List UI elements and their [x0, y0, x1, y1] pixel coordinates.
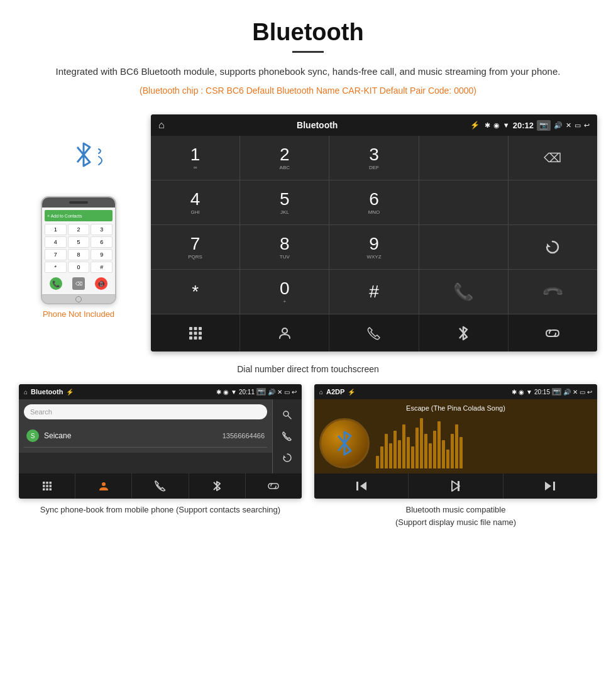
svg-marker-24: [360, 482, 366, 490]
phonebook-statusbar: ⌂ Bluetooth ⚡ ✱ ◉ ▼ 20:11 📷 🔊 ✕ ▭ ↩: [19, 384, 302, 399]
pb-link-icon: [267, 480, 280, 492]
music-time: 20:15: [534, 389, 550, 396]
key-8[interactable]: 8 TUV: [240, 225, 329, 269]
call-side-icon: [282, 431, 292, 441]
svg-rect-6: [199, 331, 202, 335]
pb-phone-btn[interactable]: [132, 473, 189, 499]
svg-rect-1: [189, 327, 192, 330]
search-placeholder: Search: [30, 408, 261, 416]
phone-key-3: 3: [91, 224, 113, 235]
key-9[interactable]: 9 WXYZ: [329, 225, 418, 269]
music-content: Escape (The Pina Colada Song): [314, 399, 597, 473]
pb-dialpad-btn[interactable]: [19, 473, 75, 499]
svg-rect-9: [199, 336, 202, 340]
key-1[interactable]: 1 ∞: [151, 136, 239, 180]
viz-bar: [398, 440, 401, 468]
key-3[interactable]: 3 DEF: [329, 136, 418, 180]
music-title: A2DP: [326, 388, 344, 396]
pb-link-btn[interactable]: [246, 473, 302, 499]
car-statusbar: ⌂ Bluetooth ⚡ ✱ ◉ ▼ 20:12 📷 🔊 ✕ ▭ ↩: [151, 114, 597, 136]
viz-bar: [376, 456, 379, 468]
phone-home-circle: [75, 296, 82, 302]
key-0[interactable]: 0 +: [240, 270, 329, 314]
bt-icon-container: [72, 140, 110, 170]
music-statusbar: ⌂ A2DP ⚡ ✱ ◉ ▼ 20:15 📷 🔊 ✕ ▭ ↩: [314, 384, 597, 399]
album-art: [319, 418, 370, 468]
refresh-side-icon: [282, 453, 292, 463]
play-pause-btn[interactable]: [409, 473, 503, 499]
pb-contacts-btn[interactable]: [75, 473, 132, 499]
next-track-btn[interactable]: [503, 473, 597, 499]
search-bar[interactable]: Search: [24, 404, 267, 419]
pb-vol-icon: 🔊: [268, 389, 275, 396]
toolbar-phone[interactable]: [329, 314, 419, 351]
viz-bar: [402, 424, 405, 468]
viz-bar: [385, 434, 388, 468]
phonebook-screen: ⌂ Bluetooth ⚡ ✱ ◉ ▼ 20:11 📷 🔊 ✕ ▭ ↩: [19, 384, 302, 499]
refresh-icon: [544, 238, 561, 256]
phonebook-toolbar: [19, 473, 302, 499]
music-wifi-icon: ▼: [526, 389, 532, 396]
key-6[interactable]: 6 MNO: [329, 180, 418, 224]
prev-track-btn[interactable]: [314, 473, 409, 499]
svg-rect-22: [49, 489, 52, 491]
phone-key-7: 7: [45, 249, 67, 260]
camera-icon: 📷: [537, 120, 551, 131]
key-hash[interactable]: #: [329, 270, 418, 314]
svg-rect-25: [356, 482, 358, 490]
next-icon: [544, 480, 556, 492]
music-usb-icon: ⚡: [348, 389, 355, 396]
contact-row-seicane[interactable]: S Seicane 13566664466: [24, 424, 267, 448]
pb-contacts-icon: [98, 480, 109, 492]
viz-bar: [380, 446, 383, 468]
volume-icon: 🔊: [554, 121, 563, 130]
music-win-icon: ▭: [580, 389, 585, 396]
end-call-button[interactable]: 📞: [509, 270, 597, 314]
pb-bluetooth-btn[interactable]: [189, 473, 246, 499]
toolbar-bluetooth[interactable]: [419, 314, 509, 351]
svg-point-10: [282, 328, 287, 333]
prev-icon: [355, 480, 368, 492]
music-visualizer: [376, 418, 592, 468]
key-4[interactable]: 4 GHI: [151, 180, 239, 224]
refresh-action-btn[interactable]: [278, 448, 297, 467]
phone-screen-header: + Add to Contacts: [45, 210, 113, 221]
album-bt-icon: [333, 428, 356, 458]
key-2[interactable]: 2 ABC: [240, 136, 329, 180]
key-5[interactable]: 5 JKL: [240, 180, 329, 224]
phonebook-content: Search S Seicane 13566664466: [19, 399, 272, 453]
phone-key-8: 8: [68, 249, 90, 260]
call-action-btn[interactable]: [278, 427, 297, 446]
svg-point-23: [102, 482, 106, 486]
key-star[interactable]: *: [151, 270, 239, 314]
key-7[interactable]: 7 PQRS: [151, 225, 239, 269]
viz-bar: [389, 443, 392, 468]
viz-bar: [429, 443, 432, 468]
dialpad-grid: 1 ∞ 2 ABC 3 DEF ⌫ 4 GHI 5 JKL: [151, 136, 597, 314]
refresh-key[interactable]: [509, 225, 597, 269]
viz-bar: [442, 440, 445, 468]
toolbar-contacts[interactable]: [240, 314, 329, 351]
window-icon: ▭: [575, 121, 581, 130]
viz-bar: [393, 431, 397, 468]
dial-caption: Dial number direct from touchscreen: [0, 364, 616, 374]
bt-wave-large: [97, 156, 110, 166]
pb-win-icon: ▭: [284, 389, 290, 396]
bluetooth-info: (Bluetooth chip : CSR BC6 Default Blueto…: [38, 86, 578, 96]
pb-dialpad-icon: [42, 481, 52, 491]
svg-marker-28: [545, 482, 551, 490]
contact-letter-s: S: [26, 429, 39, 442]
phone-not-included-label: Phone Not Included: [43, 309, 114, 319]
phone-end-button: 📵: [95, 277, 107, 290]
search-action-btn[interactable]: [278, 406, 297, 424]
phone-key-5: 5: [68, 236, 90, 248]
svg-rect-5: [194, 331, 197, 335]
phonebook-side-actions: [272, 399, 302, 473]
phone-key-9: 9: [91, 249, 113, 260]
toolbar-dialpad[interactable]: [151, 314, 240, 351]
music-home-icon: ⌂: [319, 389, 323, 396]
call-button[interactable]: 📞: [419, 270, 508, 314]
toolbar-link[interactable]: [509, 314, 597, 351]
backspace-key[interactable]: ⌫: [509, 136, 597, 180]
pb-title: Bluetooth: [31, 388, 63, 396]
